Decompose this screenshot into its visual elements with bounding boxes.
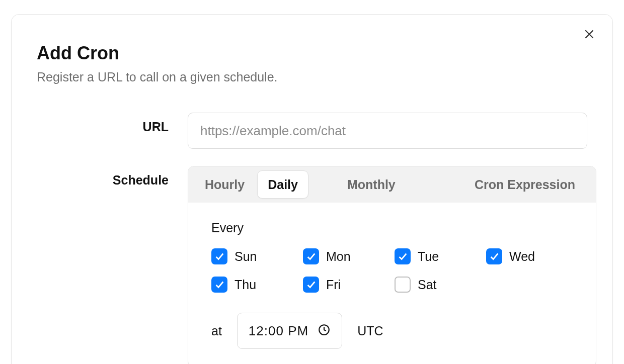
checkbox-fri[interactable] — [303, 277, 319, 293]
day-label-tue: Tue — [418, 249, 439, 264]
time-input[interactable]: 12:00 PM — [237, 313, 342, 349]
checkbox-thu[interactable] — [211, 277, 227, 293]
day-tue[interactable]: Tue — [395, 248, 481, 264]
at-label: at — [211, 324, 222, 338]
schedule-row: Schedule Hourly Daily Monthly Cron Expre… — [37, 166, 587, 364]
day-sat[interactable]: Sat — [395, 277, 481, 293]
close-icon — [583, 28, 595, 42]
cron-form: URL Schedule Hourly Daily Monthly Cron E… — [37, 113, 587, 364]
clock-icon — [318, 323, 331, 338]
checkbox-mon[interactable] — [303, 248, 319, 264]
dialog-title: Add Cron — [37, 43, 587, 64]
tab-hourly[interactable]: Hourly — [194, 170, 255, 199]
day-label-mon: Mon — [326, 249, 351, 264]
day-wed[interactable]: Wed — [486, 248, 573, 264]
day-label-sat: Sat — [418, 278, 437, 292]
url-input[interactable] — [188, 113, 587, 149]
day-label-sun: Sun — [235, 249, 257, 264]
day-label-wed: Wed — [509, 249, 535, 264]
checkbox-tue[interactable] — [395, 248, 411, 264]
day-label-fri: Fri — [326, 278, 341, 292]
schedule-box: Hourly Daily Monthly Cron Expression Eve… — [188, 166, 596, 364]
day-sun[interactable]: Sun — [211, 248, 298, 264]
days-grid: Sun Mon — [211, 248, 573, 293]
timezone-label: UTC — [357, 324, 383, 338]
schedule-tabs: Hourly Daily Monthly Cron Expression — [188, 166, 596, 203]
add-cron-dialog: Add Cron Register a URL to call on a giv… — [11, 14, 613, 364]
day-label-thu: Thu — [235, 278, 256, 292]
day-fri[interactable]: Fri — [303, 277, 389, 293]
schedule-label: Schedule — [37, 166, 188, 188]
close-button[interactable] — [580, 26, 598, 44]
tab-daily[interactable]: Daily — [257, 170, 308, 199]
every-label: Every — [211, 221, 573, 235]
time-row: at 12:00 PM UTC — [211, 313, 573, 349]
day-mon[interactable]: Mon — [303, 248, 389, 264]
url-label: URL — [37, 113, 188, 134]
checkbox-sun[interactable] — [211, 248, 227, 264]
checkbox-wed[interactable] — [486, 248, 502, 264]
checkbox-sat[interactable] — [395, 277, 411, 293]
time-value: 12:00 PM — [249, 323, 308, 339]
url-row: URL — [37, 113, 587, 149]
daily-panel: Every Sun — [188, 203, 596, 364]
tab-cron-expression[interactable]: Cron Expression — [464, 170, 586, 199]
day-thu[interactable]: Thu — [211, 277, 298, 293]
dialog-subtitle: Register a URL to call on a given schedu… — [37, 70, 587, 84]
tab-monthly[interactable]: Monthly — [337, 170, 406, 199]
